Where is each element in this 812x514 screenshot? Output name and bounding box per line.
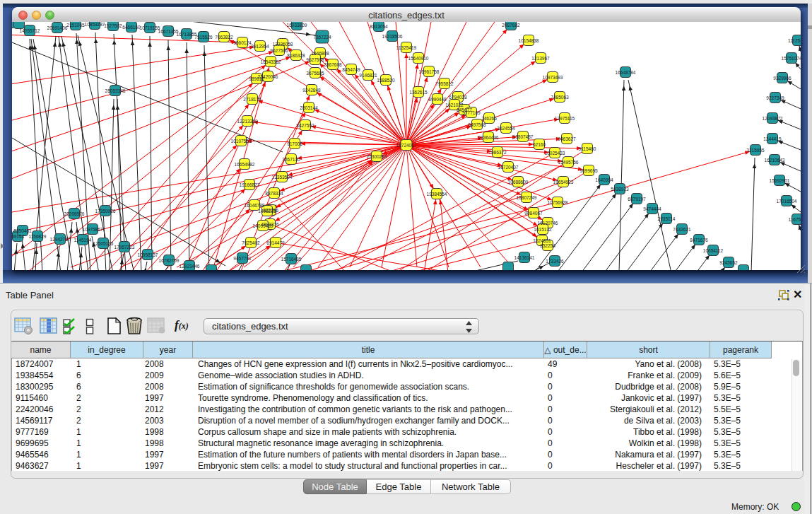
svg-text:16210643: 16210643 bbox=[765, 158, 785, 163]
svg-text:9084067: 9084067 bbox=[524, 211, 543, 216]
svg-text:20691406: 20691406 bbox=[47, 25, 68, 30]
svg-text:18724007: 18724007 bbox=[396, 143, 417, 148]
svg-text:10654112: 10654112 bbox=[703, 248, 724, 253]
svg-text:2718176: 2718176 bbox=[243, 97, 261, 102]
svg-text:15640910: 15640910 bbox=[408, 56, 429, 61]
svg-text:19218506: 19218506 bbox=[382, 34, 403, 39]
svg-text:9115460: 9115460 bbox=[579, 146, 596, 151]
svg-text:9777169: 9777169 bbox=[462, 110, 481, 115]
svg-text:10853287: 10853287 bbox=[85, 22, 105, 27]
svg-text:7515526: 7515526 bbox=[194, 35, 213, 40]
svg-text:9457791: 9457791 bbox=[233, 256, 252, 261]
svg-text:9227349: 9227349 bbox=[766, 95, 784, 100]
svg-text:7357224: 7357224 bbox=[313, 35, 331, 40]
svg-text:1588520: 1588520 bbox=[377, 78, 395, 83]
svg-text:2803144: 2803144 bbox=[300, 105, 318, 110]
svg-text:8454749: 8454749 bbox=[342, 67, 360, 72]
svg-text:7663822: 7663822 bbox=[215, 35, 233, 40]
svg-text:1524851: 1524851 bbox=[533, 238, 551, 243]
svg-text:6466160: 6466160 bbox=[122, 25, 141, 30]
svg-text:8878334: 8878334 bbox=[265, 191, 283, 196]
svg-text:6794028: 6794028 bbox=[449, 95, 467, 100]
svg-text:1244415: 1244415 bbox=[763, 136, 782, 141]
svg-text:16654982: 16654982 bbox=[235, 162, 255, 167]
svg-text:1640954: 1640954 bbox=[595, 177, 613, 182]
svg-text:17359926: 17359926 bbox=[95, 209, 116, 214]
svg-text:28053346: 28053346 bbox=[105, 88, 126, 93]
svg-text:9242848: 9242848 bbox=[302, 88, 321, 93]
svg-text:8813054: 8813054 bbox=[370, 24, 388, 29]
svg-text:16120746: 16120746 bbox=[538, 221, 558, 226]
svg-text:9474444: 9474444 bbox=[643, 206, 661, 211]
svg-text:1167533: 1167533 bbox=[789, 217, 801, 222]
svg-text:12942757: 12942757 bbox=[50, 237, 71, 242]
svg-text:2935114: 2935114 bbox=[658, 216, 676, 221]
svg-text:23420046: 23420046 bbox=[258, 74, 278, 79]
svg-text:1145194: 1145194 bbox=[74, 238, 92, 243]
svg-text:14099489: 14099489 bbox=[253, 223, 273, 228]
svg-text:39154: 39154 bbox=[12, 234, 24, 239]
svg-text:16782759: 16782759 bbox=[159, 258, 180, 263]
svg-text:10688609: 10688609 bbox=[508, 180, 529, 185]
svg-text:9146821: 9146821 bbox=[359, 73, 377, 78]
svg-text:6879197: 6879197 bbox=[628, 197, 646, 201]
svg-text:1498225: 1498225 bbox=[258, 209, 276, 214]
svg-text:19384554: 19384554 bbox=[427, 192, 447, 197]
svg-text:6914479: 6914479 bbox=[266, 240, 285, 245]
svg-text:8990448: 8990448 bbox=[428, 97, 447, 102]
svg-text:19166827: 19166827 bbox=[240, 182, 260, 187]
svg-text:9627508: 9627508 bbox=[306, 57, 324, 62]
svg-text:3215955: 3215955 bbox=[746, 148, 765, 153]
svg-text:1362615: 1362615 bbox=[409, 90, 428, 95]
svg-text:20206576: 20206576 bbox=[64, 211, 85, 216]
svg-text:8350461: 8350461 bbox=[13, 228, 32, 233]
svg-text:9245652: 9245652 bbox=[719, 260, 738, 265]
svg-text:8427552: 8427552 bbox=[296, 123, 314, 128]
svg-text:1213967: 1213967 bbox=[531, 56, 550, 61]
svg-text:9329966: 9329966 bbox=[773, 76, 792, 81]
svg-text:1546808: 1546808 bbox=[311, 51, 329, 56]
svg-text:7485063: 7485063 bbox=[551, 95, 569, 100]
svg-text:2087682: 2087682 bbox=[502, 23, 520, 28]
svg-text:1615132: 1615132 bbox=[534, 227, 552, 232]
svg-text:1621022: 1621022 bbox=[445, 103, 464, 107]
svg-text:12923446: 12923446 bbox=[180, 264, 200, 269]
svg-text:9699695: 9699695 bbox=[579, 168, 598, 173]
svg-text:14055712: 14055712 bbox=[20, 28, 40, 33]
svg-text:16033809: 16033809 bbox=[287, 23, 307, 28]
svg-text:14136141: 14136141 bbox=[514, 255, 535, 260]
svg-text:12213369: 12213369 bbox=[237, 119, 258, 124]
svg-text:10958137: 10958137 bbox=[138, 252, 158, 257]
svg-text:7955812: 7955812 bbox=[435, 81, 454, 86]
svg-text:9463627: 9463627 bbox=[558, 136, 576, 141]
svg-text:9660124: 9660124 bbox=[233, 40, 252, 45]
svg-text:15692901: 15692901 bbox=[770, 178, 790, 183]
svg-text:5938923: 5938923 bbox=[611, 187, 629, 192]
svg-text:16961758: 16961758 bbox=[419, 69, 440, 74]
svg-text:62160: 62160 bbox=[533, 142, 546, 147]
svg-text:12505135: 12505135 bbox=[93, 241, 114, 246]
svg-text:8186328: 8186328 bbox=[287, 53, 305, 58]
svg-text:17957223: 17957223 bbox=[114, 245, 135, 250]
svg-text:10025433: 10025433 bbox=[545, 151, 565, 156]
svg-text:7625402: 7625402 bbox=[242, 240, 260, 245]
svg-text:15720407: 15720407 bbox=[498, 165, 519, 170]
svg-text:15495756: 15495756 bbox=[558, 160, 579, 165]
svg-text:8471676: 8471676 bbox=[690, 238, 708, 243]
svg-text:2151065: 2151065 bbox=[66, 23, 85, 28]
svg-text:9627506: 9627506 bbox=[270, 48, 288, 53]
svg-text:6497568: 6497568 bbox=[468, 122, 486, 127]
svg-text:3675685: 3675685 bbox=[306, 71, 324, 76]
svg-text:25300293: 25300293 bbox=[367, 154, 387, 159]
svg-text:1733426: 1733426 bbox=[546, 259, 564, 264]
svg-text:1156829: 1156829 bbox=[29, 234, 47, 239]
svg-text:12093872: 12093872 bbox=[763, 116, 783, 121]
svg-text:15716485: 15716485 bbox=[281, 257, 302, 262]
svg-text:917006: 917006 bbox=[287, 141, 302, 146]
svg-text:18807249: 18807249 bbox=[517, 195, 537, 200]
svg-text:17016504: 17016504 bbox=[777, 199, 797, 204]
svg-text:12975115: 12975115 bbox=[555, 116, 575, 121]
svg-text:15751074: 15751074 bbox=[782, 56, 801, 61]
svg-text:16648784: 16648784 bbox=[616, 70, 636, 75]
svg-text:1527602: 1527602 bbox=[104, 23, 122, 28]
